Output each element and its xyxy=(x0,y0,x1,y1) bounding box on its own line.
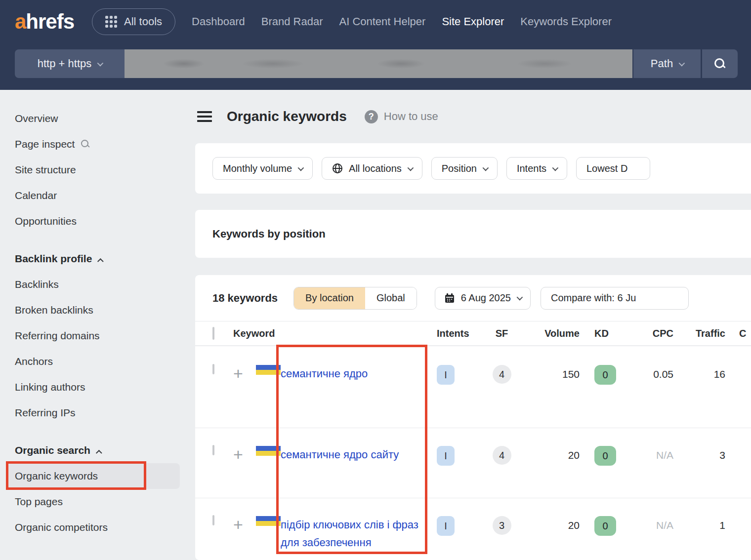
date-picker-button[interactable]: 6 Aug 2025 xyxy=(435,287,531,310)
toggle-global[interactable]: Global xyxy=(365,287,417,309)
position-filter[interactable]: Position xyxy=(431,157,498,180)
primary-nav: Dashboard Brand Radar AI Content Helper … xyxy=(192,15,612,28)
monthly-volume-filter[interactable]: Monthly volume xyxy=(212,157,313,180)
path-mode-dropdown[interactable]: Path xyxy=(633,49,701,78)
nav-ai-content-helper[interactable]: AI Content Helper xyxy=(339,15,426,28)
sidebar-item-anchors[interactable]: Anchors xyxy=(0,349,195,374)
intents-filter[interactable]: Intents xyxy=(506,157,567,180)
kd-badge: 0 xyxy=(594,446,616,466)
protocol-dropdown[interactable]: http + https xyxy=(15,49,125,78)
sidebar-section-paid-search[interactable]: Paid search xyxy=(0,552,195,560)
column-header-volume[interactable]: Volume xyxy=(525,328,580,339)
sidebar-item-page-inspect[interactable]: Page inspect xyxy=(0,131,195,157)
all-tools-label: All tools xyxy=(124,15,162,28)
hamburger-menu-icon[interactable] xyxy=(197,111,212,122)
column-header-kd[interactable]: KD xyxy=(580,328,624,339)
column-header-cut[interactable]: C xyxy=(725,328,747,339)
keyword-link[interactable]: семантичне ядро xyxy=(281,367,368,380)
intent-badge: I xyxy=(437,365,455,385)
column-header-traffic[interactable]: Traffic xyxy=(673,328,725,339)
location-toggle: By location Global xyxy=(293,287,417,310)
all-tools-button[interactable]: All tools xyxy=(92,8,175,35)
logo-rest: hrefs xyxy=(26,10,74,33)
traffic-value: 16 xyxy=(714,368,725,380)
sidebar-item-organic-keywords[interactable]: Organic keywords xyxy=(8,463,180,489)
keywords-by-position-heading: Keywords by position xyxy=(212,228,326,240)
toggle-by-location[interactable]: By location xyxy=(294,287,365,309)
sidebar-item-opportunities[interactable]: Opportunities xyxy=(0,208,195,234)
ukraine-flag-icon xyxy=(256,516,281,526)
sidebar-item-site-structure[interactable]: Site structure xyxy=(0,157,195,183)
sidebar-item-backlinks[interactable]: Backlinks xyxy=(0,272,195,297)
search-icon xyxy=(713,57,726,70)
sidebar-item-calendar[interactable]: Calendar xyxy=(0,183,195,208)
sidebar-section-backlink-profile[interactable]: Backlink profile xyxy=(0,246,195,272)
nav-brand-radar[interactable]: Brand Radar xyxy=(261,15,323,28)
traffic-value: 1 xyxy=(719,520,725,531)
chevron-down-icon xyxy=(552,164,559,171)
volume-value: 150 xyxy=(562,368,580,380)
globe-icon xyxy=(332,163,343,174)
select-all-checkbox[interactable] xyxy=(212,327,214,340)
keyword-link[interactable]: семантичне ядро сайту xyxy=(281,448,399,461)
chevron-down-icon xyxy=(679,60,685,66)
sidebar-section-organic-search[interactable]: Organic search xyxy=(0,438,195,463)
sidebar-item-referring-ips[interactable]: Referring IPs xyxy=(0,400,195,426)
chevron-down-icon xyxy=(97,60,104,66)
top-navbar: ahrefs All tools Dashboard Brand Radar A… xyxy=(0,0,751,90)
sidebar-item-organic-competitors[interactable]: Organic competitors xyxy=(0,515,195,540)
logo-letter-a: a xyxy=(15,10,26,33)
sidebar-item-top-pages[interactable]: Top pages xyxy=(0,489,195,515)
table-row: + семантичне ядро сайту I 4 20 0 N/A 3 xyxy=(195,428,751,498)
compare-with-button[interactable]: Compare with: 6 Ju xyxy=(541,287,689,310)
sidebar-item-overview[interactable]: Overview xyxy=(0,106,195,131)
table-header-row: Keyword Intents SF Volume KD CPC Traffic… xyxy=(195,321,751,346)
intent-badge: I xyxy=(437,446,455,466)
row-checkbox[interactable] xyxy=(212,445,214,455)
chevron-up-icon xyxy=(97,258,104,265)
nav-keywords-explorer[interactable]: Keywords Explorer xyxy=(520,15,612,28)
add-to-list-icon[interactable]: + xyxy=(233,515,243,534)
page-title: Organic keywords xyxy=(227,109,347,124)
keywords-table-card: 18 keywords By location Global 6 Aug 202… xyxy=(195,275,751,560)
serp-features-badge: 4 xyxy=(493,446,511,465)
sidebar-item-linking-authors[interactable]: Linking authors xyxy=(0,374,195,400)
target-url-input-redacted[interactable] xyxy=(125,49,632,78)
row-checkbox[interactable] xyxy=(212,364,214,374)
help-icon[interactable]: ? xyxy=(365,110,378,123)
lowest-dr-filter[interactable]: Lowest D xyxy=(576,157,650,180)
chevron-down-icon xyxy=(517,294,523,301)
add-to-list-icon[interactable]: + xyxy=(233,445,243,464)
kd-badge: 0 xyxy=(594,516,616,536)
keyword-link[interactable]: підбір ключових слів і фраз для забезпеч… xyxy=(281,519,418,549)
volume-value: 20 xyxy=(568,520,580,531)
nav-dashboard[interactable]: Dashboard xyxy=(192,15,245,28)
nav-site-explorer[interactable]: Site Explorer xyxy=(442,15,504,28)
ukraine-flag-icon xyxy=(256,365,281,375)
volume-value: 20 xyxy=(568,449,580,461)
how-to-use-link[interactable]: How to use xyxy=(384,110,438,123)
sidebar-item-broken-backlinks[interactable]: Broken backlinks xyxy=(0,297,195,323)
keywords-by-position-card: Keywords by position xyxy=(195,210,751,258)
sidebar-item-referring-domains[interactable]: Referring domains xyxy=(0,323,195,349)
calendar-icon xyxy=(444,293,455,304)
table-row: + семантичне ядро I 4 150 0 0.05 16 xyxy=(195,346,751,428)
row-checkbox[interactable] xyxy=(212,515,214,525)
sidebar: Overview Page inspect Site structure Cal… xyxy=(0,90,195,560)
all-locations-filter[interactable]: All locations xyxy=(322,157,422,180)
table-row: + підбір ключових слів і фраз для забезп… xyxy=(195,498,751,560)
cpc-value: N/A xyxy=(656,520,673,531)
chevron-down-icon xyxy=(407,164,414,171)
traffic-value: 3 xyxy=(719,449,725,461)
search-submit-button[interactable] xyxy=(702,49,738,78)
search-icon xyxy=(81,139,90,149)
column-header-cpc[interactable]: CPC xyxy=(624,328,673,339)
serp-features-badge: 4 xyxy=(493,365,511,384)
column-header-intents[interactable]: Intents xyxy=(424,328,478,339)
add-to-list-icon[interactable]: + xyxy=(233,364,243,383)
column-header-keyword[interactable]: Keyword xyxy=(233,328,424,339)
chevron-up-icon xyxy=(96,450,102,456)
column-header-sf[interactable]: SF xyxy=(478,328,525,339)
serp-features-badge: 3 xyxy=(493,516,511,535)
ahrefs-logo[interactable]: ahrefs xyxy=(15,10,74,34)
